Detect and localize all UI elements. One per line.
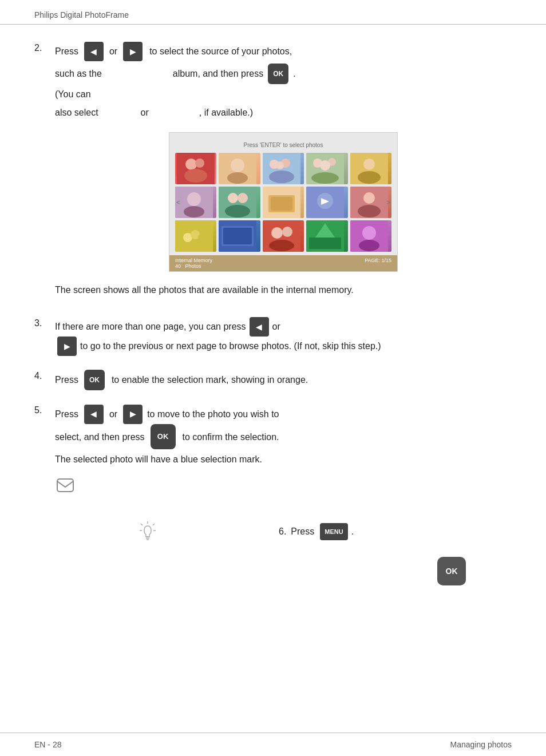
step-2-or-1: or — [109, 42, 117, 61]
svg-point-35 — [358, 205, 381, 217]
ok-standalone-btn[interactable]: OK — [437, 557, 466, 585]
svg-point-21 — [187, 192, 201, 206]
step-3-text1: If there are more than one page, you can… — [55, 318, 246, 336]
step-6-period: . — [351, 523, 354, 541]
tip-icon — [34, 520, 260, 543]
photo-cell-10 — [350, 187, 391, 218]
step-3-or: or — [272, 318, 280, 336]
step-5-text2: to confirm the selection. — [183, 427, 279, 447]
svg-point-26 — [225, 205, 250, 217]
step-4: 4. Press OK to enable the selection mark… — [34, 370, 512, 390]
step-6-number: 6. — [279, 523, 286, 541]
photo-grid-title: Press 'ENTER' to select photos — [175, 142, 391, 148]
svg-point-2 — [195, 159, 204, 168]
screen-description: The screen shows all the photos that are… — [55, 282, 512, 298]
svg-rect-42 — [223, 228, 252, 244]
step-4-number: 4. — [34, 370, 55, 381]
step-2-or-2: or — [141, 104, 149, 122]
right-arrow-btn-1[interactable]: ▶ — [123, 42, 143, 61]
right-arrow-btn-2[interactable]: ▶ — [57, 337, 77, 356]
photo-grid-container: Press 'ENTER' to select photos — [169, 132, 398, 272]
svg-point-44 — [271, 227, 283, 239]
photo-cell-9 — [306, 187, 347, 218]
svg-point-46 — [269, 240, 294, 251]
photo-cell-13 — [263, 220, 304, 252]
svg-point-45 — [282, 227, 292, 237]
step-5-line3: The selected photo will have a blue sele… — [55, 452, 512, 467]
svg-rect-29 — [271, 197, 292, 211]
step-4-text: to enable the selection mark, showing in… — [112, 371, 308, 389]
step-5-text1: to move to the photo you wish to — [147, 404, 279, 424]
grid-nav-left[interactable]: < — [176, 199, 180, 207]
left-arrow-btn-1[interactable]: ◀ — [84, 42, 104, 61]
step-6-press: Press — [291, 523, 314, 541]
right-arrow-btn-3[interactable]: ▶ — [123, 405, 143, 424]
page: Philips Digital PhotoFrame 2. Press ◀ or… — [0, 0, 546, 756]
step-3-line2: ▶ to go to the previous or next page to … — [55, 337, 512, 356]
step-3-text2: to go to the previous or next page to br… — [80, 337, 381, 355]
step-6-line1: 6. Press MENU . — [279, 523, 512, 541]
photo-cell-7 — [219, 187, 260, 218]
step-2: 2. Press ◀ or ▶ to select the source of … — [34, 42, 512, 303]
note-icon — [55, 476, 76, 500]
photo-grid-row1 — [175, 153, 391, 184]
step-5: 5. Press ◀ or ▶ to move to the photo you… — [34, 404, 512, 504]
photo-grid-footer: Internal Memory40 Photos PAGE: 1/15 — [169, 255, 397, 271]
svg-point-1 — [185, 159, 197, 170]
photo-grid-wrapper: < > — [175, 153, 391, 252]
photo-grid-row3 — [175, 220, 391, 252]
step-5-number: 5. — [34, 404, 55, 415]
step-5-select: select, and then press — [55, 427, 145, 447]
svg-point-34 — [363, 192, 375, 204]
step-2-period: . — [293, 65, 295, 83]
left-arrow-btn-2[interactable]: ◀ — [250, 317, 269, 337]
step-2-line4: also select or , if available.) — [55, 104, 512, 122]
page-footer: EN - 28 Managing photos — [0, 733, 546, 756]
menu-btn[interactable]: MENU — [320, 523, 347, 540]
photo-grid-row2 — [175, 187, 391, 218]
note-box — [55, 474, 512, 500]
photo-grid-footer-left: Internal Memory40 Photos — [175, 258, 212, 269]
left-arrow-btn-3[interactable]: ◀ — [84, 405, 104, 424]
step-2-body: Press ◀ or ▶ to select the source of you… — [55, 42, 512, 303]
step-2-album-text: album, and then press — [173, 65, 263, 83]
svg-point-5 — [231, 159, 244, 172]
photo-cell-14 — [306, 220, 347, 252]
step-2-line1: Press ◀ or ▶ to select the source of you… — [55, 42, 512, 61]
ok-btn-1[interactable]: OK — [268, 64, 288, 84]
svg-point-3 — [184, 169, 207, 183]
photo-cell-6 — [175, 187, 216, 218]
footer-left: EN - 28 — [34, 740, 61, 749]
step-2-text1: to select the source of your photos, — [149, 42, 292, 61]
step-5-press: Press — [55, 404, 78, 424]
step-5-line2: select, and then press OK to confirm the… — [55, 424, 512, 449]
photo-cell-2 — [219, 153, 260, 184]
svg-point-22 — [184, 206, 204, 217]
photo-cell-3 — [263, 153, 304, 184]
svg-point-39 — [198, 233, 206, 242]
ok-btn-2[interactable]: OK — [84, 370, 105, 390]
photo-grid-footer-right: PAGE: 1/15 — [365, 258, 391, 269]
photo-cell-8 — [263, 187, 304, 218]
step-3-number: 3. — [34, 317, 55, 328]
step-4-press: Press — [55, 371, 78, 389]
step-2-suchas: such as the — [55, 65, 102, 83]
step-2-line3: (You can — [55, 85, 512, 104]
step-6-content: 6. Press MENU . — [279, 518, 512, 541]
svg-point-18 — [363, 159, 375, 170]
svg-point-6 — [227, 172, 248, 184]
step-4-line1: Press OK to enable the selection mark, s… — [55, 370, 512, 390]
photo-cell-5 — [350, 153, 391, 184]
svg-point-10 — [276, 161, 284, 169]
svg-point-16 — [311, 172, 339, 184]
step-6: 6. Press MENU . — [34, 518, 512, 543]
ok-btn-3[interactable]: OK — [151, 424, 176, 449]
svg-rect-53 — [57, 479, 73, 492]
svg-line-55 — [153, 524, 155, 525]
svg-point-15 — [320, 160, 330, 171]
step-3-line1: If there are more than one page, you can… — [55, 317, 512, 337]
svg-point-25 — [238, 193, 248, 203]
svg-point-19 — [358, 171, 381, 184]
step-2-line2: such as the album, and then press OK . — [55, 64, 512, 84]
grid-nav-right[interactable]: > — [386, 199, 390, 207]
